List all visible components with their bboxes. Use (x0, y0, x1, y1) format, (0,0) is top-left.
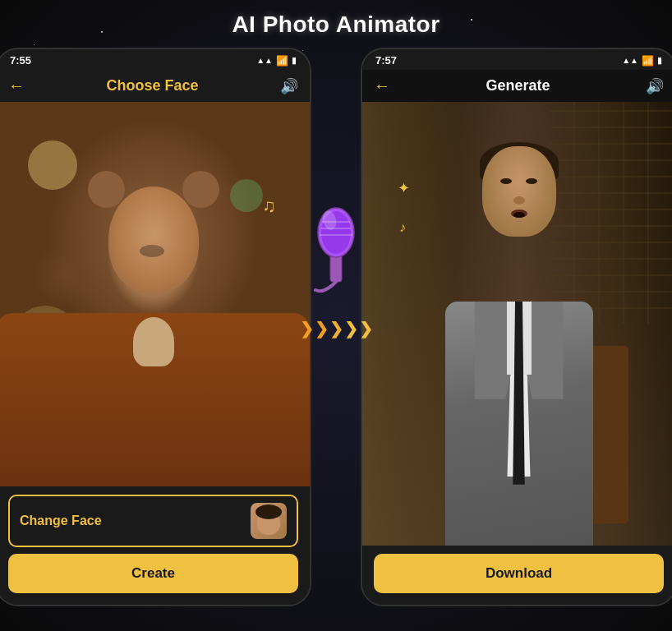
suit-body (445, 302, 593, 546)
right-wifi-icon: 📶 (642, 55, 654, 67)
window-light (362, 102, 456, 546)
right-back-button[interactable]: ← (374, 76, 390, 95)
right-sound-button[interactable]: 🔊 (646, 77, 664, 95)
right-status-bar: 7:57 ▲▲ 📶 ▮ (362, 49, 672, 70)
right-status-icons: ▲▲ 📶 ▮ (622, 55, 662, 67)
arrow-3-icon: ❯ (329, 319, 343, 339)
left-header-title: Choose Face (106, 77, 198, 94)
bokeh-1 (28, 140, 77, 190)
music-note-small-icon: ♪ (399, 220, 406, 235)
left-sound-button[interactable]: 🔊 (280, 77, 298, 95)
suit-man-image (362, 102, 672, 546)
bokeh-2 (230, 179, 263, 212)
microphone-decoration: ✦ ♫ ♪ ❯ ❯ (307, 204, 365, 297)
microphone-svg (307, 204, 365, 294)
right-phone: 7:57 ▲▲ 📶 ▮ ← Generate 🔊 (361, 48, 672, 606)
left-status-time: 7:55 (10, 54, 31, 67)
right-app-header: ← Generate 🔊 (362, 70, 672, 102)
left-phone-bottom: Change Face Create (0, 486, 310, 605)
arrow-4-icon: ❯ (344, 319, 358, 339)
arrow-5-icon: ❯ (359, 319, 373, 339)
page-title: AI Photo Animator (232, 12, 440, 38)
left-phone: 7:55 ▲▲ 📶 ▮ ← Choose Face 🔊 (0, 48, 311, 606)
left-photo-area (0, 102, 310, 486)
left-status-icons: ▲▲ 📶 ▮ (256, 55, 297, 67)
right-phone-bottom: Download (362, 546, 672, 605)
costume-body (0, 313, 310, 486)
right-photo-area (362, 102, 672, 546)
download-button[interactable]: Download (374, 554, 664, 593)
arrow-1-icon: ❯ (300, 319, 314, 339)
change-face-label: Change Face (20, 514, 102, 528)
face-thumbnail (251, 503, 287, 539)
right-battery-icon: ▮ (657, 55, 662, 66)
left-status-bar: 7:55 ▲▲ 📶 ▮ (0, 49, 310, 70)
phones-container: 7:55 ▲▲ 📶 ▮ ← Choose Face 🔊 (0, 48, 672, 606)
change-face-button[interactable]: Change Face (8, 495, 298, 547)
arrow-2-icon: ❯ (315, 319, 329, 339)
monkey-child-image (0, 102, 310, 486)
sparkle-icon: ✦ (398, 179, 410, 197)
child-face (108, 187, 199, 293)
man-head (482, 146, 556, 237)
music-note-icon: ♫ (262, 196, 276, 217)
create-button[interactable]: Create (8, 554, 298, 593)
right-header-title: Generate (486, 77, 550, 94)
right-status-time: 7:57 (375, 54, 397, 67)
left-back-button[interactable]: ← (8, 76, 25, 95)
wall-pattern (550, 102, 672, 324)
right-signal-icon: ▲▲ (622, 56, 638, 65)
wifi-icon: 📶 (276, 55, 288, 67)
middle-decoration: ✦ ♫ ♪ ❯ ❯ (320, 48, 352, 606)
battery-icon: ▮ (292, 55, 297, 66)
left-app-header: ← Choose Face 🔊 (0, 70, 310, 102)
arrows-decoration: ❯ ❯ ❯ ❯ ❯ (300, 319, 373, 339)
signal-icon: ▲▲ (256, 56, 273, 65)
